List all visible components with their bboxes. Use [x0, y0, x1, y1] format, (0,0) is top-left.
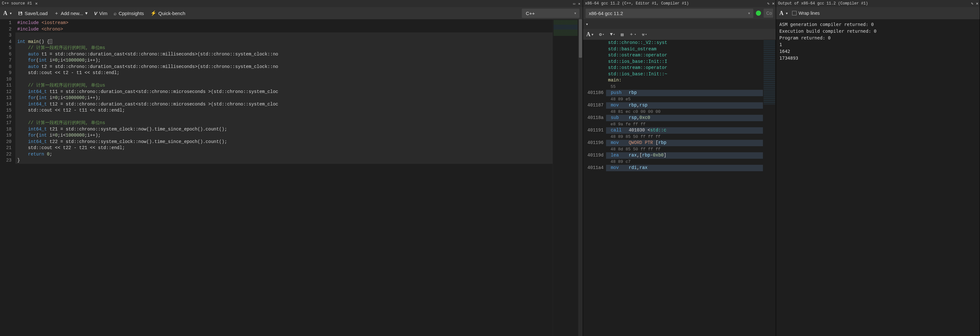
vim-button[interactable]: V Vim — [94, 11, 108, 16]
save-load-button[interactable]: Save/Load — [18, 11, 48, 16]
window-close-icon[interactable]: ✕ — [577, 1, 581, 6]
filter-icon: ▼ — [610, 32, 612, 37]
magnify-icon: ⌕ — [114, 11, 116, 16]
add-button[interactable]: ＋▾ — [629, 31, 636, 37]
source-tab-title[interactable]: C++ source #1 — [2, 1, 32, 6]
wrap-lines-label: Wrap lines — [799, 11, 819, 16]
output-toolbar: A▾ Wrap lines — [776, 7, 980, 19]
asm-subtoolbar: ▾ — [583, 19, 776, 29]
vim-icon: V — [94, 11, 97, 16]
chevron-down-icon: ▾ — [85, 10, 88, 16]
wrap-lines-checkbox[interactable]: Wrap lines — [792, 11, 819, 16]
lightning-icon: ⚡ — [151, 10, 157, 16]
asm-code-area[interactable]: std::chrono::_V2::syststd::basic_ostream… — [606, 40, 763, 336]
book-icon: ▤ — [621, 32, 624, 37]
settings-button[interactable]: ⚙▾ — [599, 32, 604, 37]
pencil-icon[interactable] — [970, 1, 973, 6]
source-editor[interactable]: 1234567891011121314151617181920212223 #i… — [0, 19, 583, 336]
compiler-label: x86-64 gcc 11.2 — [589, 11, 623, 16]
language-label: C++ — [526, 11, 535, 16]
plus-icon: ＋ — [629, 31, 633, 37]
close-icon[interactable]: ✕ — [771, 1, 776, 6]
add-new-button[interactable]: ＋ Add new... ▾ — [54, 10, 88, 16]
close-icon[interactable]: ✕ — [975, 1, 980, 6]
line-gutter: 1234567891011121314151617181920212223 — [0, 19, 15, 336]
language-select[interactable]: C++ — [522, 9, 579, 18]
scrollbar[interactable] — [578, 19, 583, 336]
source-pane: C++ source #1 ✕ ▭ ✕ A▾ Save/Load ＋ Add n… — [0, 0, 583, 336]
compiler-select[interactable]: x86-64 gcc 11.2 — [585, 9, 753, 18]
font-button[interactable]: A▾ — [779, 10, 788, 17]
asm-editor[interactable]: 401186 401187 40118a 401191 401196 40119… — [583, 40, 776, 336]
asm-tab-bar: x86-64 gcc 11.2 (C++, Editor #1, Compile… — [583, 0, 776, 7]
filter-button[interactable]: ▼▾ — [610, 32, 615, 37]
close-icon[interactable]: ✕ — [34, 1, 39, 6]
checkbox-icon — [792, 11, 797, 15]
add-new-label: Add new... — [61, 11, 83, 16]
source-tab-bar: C++ source #1 ✕ ▭ ✕ — [0, 0, 583, 7]
cppinsights-label: CppInsights — [118, 11, 144, 16]
asm-toolbar: x86-64 gcc 11.2 Co — [583, 7, 776, 19]
asm-pane: x86-64 gcc 11.2 (C++, Editor #1, Compile… — [583, 0, 776, 336]
asm-address-gutter: 401186 401187 40118a 401191 401196 40119… — [583, 40, 606, 336]
pencil-icon[interactable] — [766, 1, 769, 6]
wrench-icon: ⚒ — [642, 32, 644, 37]
compiler-options-input[interactable]: Co — [764, 9, 773, 18]
asm-icon-row: A▾ ⚙▾ ▼▾ ▤ ＋▾ ⚒▾ — [583, 29, 776, 40]
font-button[interactable]: A▾ — [586, 31, 593, 38]
asm-minimap[interactable] — [763, 40, 776, 336]
output-pane: Output of x86-64 gcc 11.2 (Compiler #1) … — [776, 0, 980, 336]
minimap[interactable] — [553, 19, 578, 336]
vim-label: Vim — [99, 11, 108, 16]
chevron-down-icon[interactable]: ▾ — [585, 21, 588, 27]
code-area[interactable]: #include <iostream>#include <chrono> int… — [15, 19, 553, 336]
gear-icon: ⚙ — [599, 32, 601, 37]
asm-tab-title[interactable]: x86-64 gcc 11.2 (C++, Editor #1, Compile… — [585, 1, 689, 6]
libraries-button[interactable]: ▤ — [621, 32, 624, 37]
output-tab-bar: Output of x86-64 gcc 11.2 (Compiler #1) … — [776, 0, 980, 7]
plus-icon: ＋ — [54, 10, 59, 16]
source-toolbar: A▾ Save/Load ＋ Add new... ▾ V Vim ⌕ CppI… — [0, 7, 583, 19]
save-icon — [18, 11, 23, 16]
save-load-label: Save/Load — [25, 11, 48, 16]
font-button[interactable]: A▾ — [3, 10, 11, 17]
cppinsights-button[interactable]: ⌕ CppInsights — [114, 11, 144, 16]
quickbench-button[interactable]: ⚡ Quick-bench — [151, 10, 185, 16]
output-tab-title[interactable]: Output of x86-64 gcc 11.2 (Compiler #1) — [778, 1, 868, 6]
quickbench-label: Quick-bench — [159, 11, 185, 16]
output-text: ASM generation compiler returned: 0 Exec… — [776, 19, 980, 336]
status-ok-icon — [756, 11, 761, 16]
tools-button[interactable]: ⚒▾ — [642, 32, 647, 37]
window-maximize-icon[interactable]: ▭ — [572, 1, 576, 6]
